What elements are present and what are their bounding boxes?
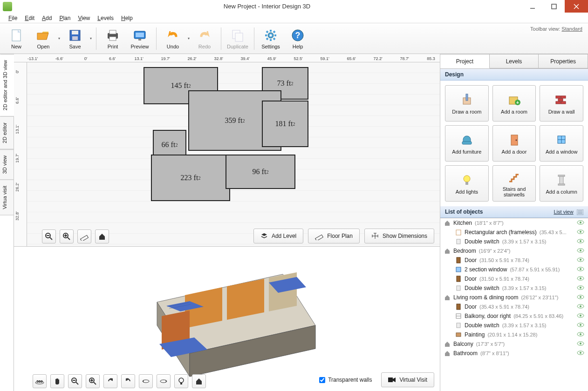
maximize-button[interactable] (543, 0, 565, 13)
zoom-out-button[interactable] (68, 374, 82, 388)
object-item[interactable]: Balkony, door right (84.25 x 5.91 x 83.4… (440, 311, 588, 321)
visibility-icon[interactable] (577, 351, 584, 356)
visibility-icon[interactable] (577, 220, 584, 226)
visibility-icon[interactable] (577, 295, 584, 300)
add-room-button[interactable]: +Add a room (492, 85, 536, 121)
open-dropdown[interactable]: ▾ (57, 25, 62, 52)
rtab-levels[interactable]: Levels (490, 54, 539, 68)
object-item[interactable]: Door (35.43 x 5.91 x 78.74) (440, 302, 588, 311)
virtual-visit-button[interactable]: Virtual Visit (381, 372, 434, 387)
visibility-icon[interactable] (577, 332, 584, 337)
visibility-icon[interactable] (577, 267, 584, 272)
room-label[interactable]: 223 ft2 (151, 155, 230, 201)
minimize-button[interactable] (522, 0, 543, 13)
object-list[interactable]: Kitchen (18'1" x 8'7")Rectangular arch (… (440, 218, 588, 391)
transparent-walls-input[interactable] (319, 377, 325, 383)
open-button[interactable]: Open (30, 25, 57, 52)
list-view-link[interactable]: List view (554, 209, 573, 215)
vtab-1[interactable]: 2D editor (0, 116, 14, 149)
print-button[interactable]: Print (99, 25, 126, 52)
vtab-3[interactable]: Virtua visit (0, 180, 14, 216)
hand-button[interactable] (50, 374, 64, 388)
360-button[interactable]: 360 (33, 374, 47, 388)
show-dimensions-button[interactable]: Show Dimensions (364, 229, 434, 243)
object-item[interactable]: Living room & dining room (26'12" x 23'1… (440, 293, 588, 302)
room-label[interactable]: 96 ft2 (226, 155, 295, 189)
visibility-icon[interactable] (577, 276, 584, 282)
rtab-properties[interactable]: Properties (539, 54, 588, 68)
visibility-icon[interactable] (577, 313, 584, 319)
object-item[interactable]: Double switch (3.39 x 1.57 x 3.15) (440, 283, 588, 293)
zoom-in-button[interactable] (60, 229, 74, 243)
bulb-button[interactable] (174, 374, 188, 388)
object-item[interactable]: Kitchen (18'1" x 8'7") (440, 218, 588, 228)
2d-plan-canvas[interactable]: 145 ft273 ft2359 ft2181 ft266 ft2223 ft2… (27, 62, 440, 246)
object-item[interactable]: Balcony (17'3" x 5'7") (440, 339, 588, 349)
object-item[interactable]: 2 section window (57.87 x 5.91 x 55.91) (440, 265, 588, 274)
menu-add[interactable]: Add (38, 14, 55, 22)
menu-view[interactable]: View (74, 14, 94, 22)
undo-button[interactable]: Undo (159, 25, 186, 52)
settings-button[interactable]: Settings (257, 25, 284, 52)
left-button[interactable] (103, 374, 117, 388)
object-item[interactable]: Bedroom (16'9" x 22'4") (440, 246, 588, 256)
visibility-icon[interactable] (577, 341, 584, 347)
draw-room-button[interactable]: Draw a room (445, 85, 489, 121)
object-item[interactable]: Double switch (3.39 x 1.57 x 3.15) (440, 237, 588, 246)
3d-view-area[interactable]: 360 Transparent walls Virtual Visit (14, 246, 440, 391)
visibility-icon[interactable] (577, 257, 584, 263)
preview-button[interactable]: Preview (126, 25, 153, 52)
help-button[interactable]: ?Help (284, 25, 311, 52)
svg-rect-16 (235, 33, 243, 41)
furniture-button[interactable]: Add furniture (445, 125, 489, 162)
close-button[interactable] (565, 0, 588, 13)
home-button[interactable] (192, 374, 206, 388)
object-item[interactable]: Rectangular arch (frameless) (35.43 x 5.… (440, 228, 588, 237)
rtab-project[interactable]: Project (440, 54, 490, 68)
ruler-button[interactable] (77, 229, 91, 243)
camera-icon (388, 377, 396, 383)
add-level-button[interactable]: Add Level (253, 229, 303, 243)
object-item[interactable]: Painting (20.91 x 1.14 x 15.28) (440, 330, 588, 339)
visibility-icon[interactable] (577, 239, 584, 244)
home-button[interactable] (95, 229, 109, 243)
visibility-icon[interactable] (577, 323, 584, 328)
transparent-walls-checkbox[interactable]: Transparent walls (319, 377, 372, 383)
orbit-r-button[interactable] (157, 374, 171, 388)
orbit-l-button[interactable] (139, 374, 153, 388)
menu-levels[interactable]: Levels (94, 14, 117, 22)
svg-line-24 (273, 31, 275, 33)
window-button[interactable]: Add a window (540, 125, 583, 162)
object-item[interactable]: Double switch (3.39 x 1.57 x 3.15) (440, 321, 588, 330)
undo-dropdown[interactable]: ▾ (186, 25, 191, 52)
right-button[interactable] (121, 374, 135, 388)
room-label[interactable]: 181 ft2 (262, 101, 308, 147)
zoom-in-button[interactable] (86, 374, 100, 388)
object-item[interactable]: Bathroom (8'7" x 8'11") (440, 349, 588, 358)
object-item[interactable]: Door (31.50 x 5.91 x 78.74) (440, 256, 588, 265)
lights-button[interactable]: Add lights (445, 165, 489, 202)
menu-edit[interactable]: Edit (21, 14, 38, 22)
floor-plan-button[interactable]: Floor Plan (308, 229, 360, 243)
vtab-2[interactable]: 3D view (0, 149, 14, 180)
visibility-icon[interactable] (577, 304, 584, 310)
visibility-icon[interactable] (577, 285, 584, 291)
menu-file[interactable]: File (5, 14, 21, 22)
vtab-0[interactable]: 2D editor and 3D view (0, 54, 14, 116)
room-icon (444, 350, 451, 357)
visibility-icon[interactable] (577, 248, 584, 254)
object-item[interactable]: Door (31.50 x 5.91 x 78.74) (440, 274, 588, 283)
stairs-button[interactable]: Stairs and stairwells (492, 165, 536, 202)
door-button[interactable]: Add a door (492, 125, 536, 162)
save-button[interactable]: Save (62, 25, 89, 52)
new-button[interactable]: New (3, 25, 30, 52)
visibility-icon[interactable] (577, 229, 584, 235)
column-button[interactable]: Add a column (540, 165, 583, 202)
wall-button[interactable]: Draw a wall (540, 85, 583, 121)
menu-plan[interactable]: Plan (55, 14, 74, 22)
zoom-out-button[interactable] (42, 229, 56, 243)
toolbar-view-link[interactable]: Standard (561, 26, 582, 32)
menu-help[interactable]: Help (117, 14, 137, 22)
titlebar: New Project - Interior Design 3D (0, 0, 588, 13)
save-dropdown[interactable]: ▾ (89, 25, 93, 52)
